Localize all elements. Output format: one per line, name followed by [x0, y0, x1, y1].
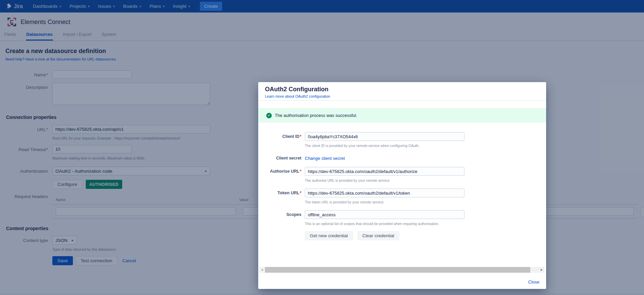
horizontal-scrollbar[interactable]: ◄ ► [259, 267, 544, 273]
scrollbar-right-arrow-icon[interactable]: ► [539, 267, 544, 273]
authorise-url-input[interactable] [305, 167, 464, 176]
token-url-help-text: The token URL is provided by your remote… [305, 200, 539, 204]
success-banner: ✓ The authorisation process was successf… [258, 108, 546, 123]
scopes-input[interactable] [305, 210, 464, 219]
modal-close-link[interactable]: Close [528, 279, 539, 285]
client-id-input[interactable] [305, 132, 464, 141]
required-asterisk: * [300, 134, 301, 139]
scrollbar-left-arrow-icon[interactable]: ◄ [259, 267, 265, 273]
client-id-label: Client ID [282, 134, 299, 139]
oauth2-configuration-dialog: OAuth2 Configuration Learn more about OA… [258, 82, 546, 289]
change-client-secret-link[interactable]: Change client secret [305, 154, 345, 161]
scopes-label: Scopes [265, 210, 301, 217]
required-asterisk: * [300, 169, 301, 174]
token-url-label: Token URL [277, 191, 299, 195]
oauth2-learn-more-link[interactable]: Learn more about OAuth2 configuration [265, 94, 330, 98]
token-url-input[interactable] [305, 189, 464, 197]
scrollbar-thumb[interactable] [265, 267, 530, 273]
authorise-url-label: Authorise URL [270, 169, 300, 174]
clear-credential-button[interactable]: Clear credential [357, 231, 400, 240]
success-message: The authorisation process was successful… [275, 113, 357, 118]
client-secret-label: Client secret [265, 154, 301, 161]
required-asterisk: * [300, 191, 301, 195]
authorise-url-help-text: The authorise URL is provided by your re… [305, 178, 539, 182]
modal-title: OAuth2 Configuration [265, 86, 539, 93]
scopes-help-text: This is an optional list of scopes that … [305, 222, 539, 226]
success-check-icon: ✓ [266, 113, 272, 118]
client-id-help-text: The client ID is provided by your remote… [305, 144, 539, 148]
get-new-credential-button[interactable]: Get new credential [305, 231, 353, 240]
